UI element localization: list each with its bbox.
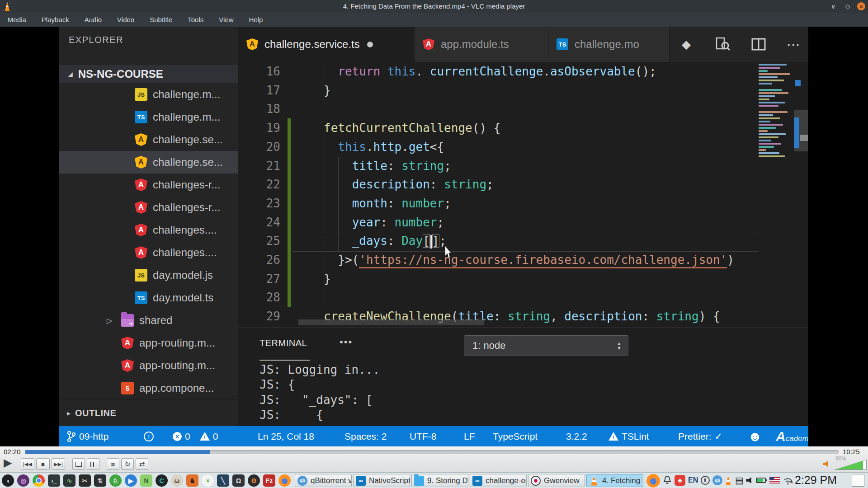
taskwin-Gwenview[interactable]: Gwenview — [528, 474, 585, 487]
loop-button[interactable]: ↻ — [121, 458, 134, 470]
next-button[interactable]: ▶▶| — [52, 458, 65, 470]
code-line-28[interactable]: 28 — [238, 288, 808, 307]
problems-item[interactable]: × 0 ! 0 — [173, 426, 218, 446]
menu-playback[interactable]: Playback — [34, 13, 77, 27]
code-editor[interactable]: 16 return this._currentChallenge.asObser… — [238, 62, 808, 328]
pause-tray-icon[interactable]: Ⅱ — [701, 475, 710, 486]
menu-view[interactable]: View — [211, 13, 241, 27]
blender-launcher[interactable]: ʘ — [248, 474, 260, 487]
ts-version[interactable]: 3.2.2 — [566, 426, 587, 446]
firefox-small-launcher[interactable] — [278, 474, 291, 487]
close-button[interactable]: × — [857, 2, 865, 10]
clipboard-tray-icon[interactable]: ▤ — [735, 475, 744, 486]
random-button[interactable]: ⇄ — [136, 458, 148, 470]
keyboard-layout[interactable]: EN — [688, 475, 698, 486]
tab-challenge-service-ts[interactable]: Achallenge.service.ts — [238, 27, 415, 62]
file-row-app-routing-m-[interactable]: Aapp-routing.m... — [59, 332, 238, 354]
orange-cat-app-launcher[interactable]: ♞ — [186, 474, 198, 487]
filezilla-launcher[interactable]: Fz — [263, 474, 275, 487]
teal-c-app-launcher[interactable]: C — [156, 474, 168, 487]
tab-challenge-mo[interactable]: TSchallenge.mo — [548, 27, 670, 62]
prettier-item[interactable]: Prettier: ✓ — [678, 426, 722, 446]
previous-button[interactable]: |◀◀ — [21, 458, 34, 470]
open-changes-icon[interactable]: ◆ — [682, 27, 691, 62]
language-mode[interactable]: TypeScript — [493, 426, 538, 446]
terminal-tab[interactable]: TERMINAL — [259, 338, 307, 348]
settings-sliders-launcher[interactable]: ⇅ — [94, 474, 106, 487]
file-row-challenges-r-[interactable]: Achallenges-r... — [59, 196, 238, 219]
indentation[interactable]: Spaces: 2 — [344, 426, 387, 446]
video-frame[interactable]: EXPLORER ◢ NS-NG-COURSE JSchallenge.m...… — [0, 27, 868, 446]
kde-dark-app-launcher[interactable]: ╲ — [217, 474, 229, 487]
git-branch-item[interactable]: 09-http — [67, 426, 108, 446]
code-line-23[interactable]: 23 month: number; — [238, 194, 808, 213]
xine-launcher[interactable]: × — [202, 474, 214, 487]
file-row-day-model-js[interactable]: JSday.model.js — [59, 264, 238, 286]
system-monitor-launcher[interactable]: ∿ — [63, 474, 75, 487]
file-row-challenges-r-[interactable]: Achallenges-r... — [59, 174, 238, 196]
extended-settings-button[interactable] — [87, 458, 99, 470]
file-row-challenge-se-[interactable]: Achallenge.se... — [59, 151, 238, 174]
terminal-selector[interactable]: 1: node ▲▼ — [464, 335, 628, 356]
menu-tools[interactable]: Tools — [180, 13, 211, 27]
code-line-17[interactable]: 17} — [238, 81, 808, 100]
code-line-20[interactable]: 20 this.http.get<{ — [238, 137, 808, 156]
file-row-shared[interactable]: ▷shared — [59, 309, 238, 332]
menu-audio[interactable]: Audio — [77, 13, 109, 27]
tab-app-module-ts[interactable]: Aapp.module.ts — [415, 27, 548, 62]
outline-section[interactable]: ▸ OUTLINE — [59, 399, 238, 427]
opensuse-launcher[interactable]: ◖ — [2, 474, 14, 487]
file-row-challenges-[interactable]: Achallenges.... — [59, 219, 238, 241]
maximize-button[interactable]: ◇ — [843, 1, 853, 11]
code-line-25[interactable]: 25 _days: Day[]; — [238, 231, 808, 250]
gimp-launcher[interactable]: ω — [171, 474, 183, 487]
terminal-launcher[interactable]: ›_ — [48, 474, 60, 487]
code-line-16[interactable]: 16 return this._currentChallenge.asObser… — [238, 62, 808, 81]
code-line-27[interactable]: 27} — [238, 269, 808, 288]
split-editor-icon[interactable] — [751, 27, 766, 62]
volume-tray-icon[interactable] — [746, 475, 753, 486]
seek-slider[interactable] — [25, 450, 839, 454]
taskwin-9-Storing-Da-[interactable]: 9. Storing Da... — [411, 474, 468, 487]
taskwin-qBittorrent-v-[interactable]: qbqBittorrent v... — [295, 474, 352, 487]
vlc-tray-icon[interactable] — [724, 475, 732, 486]
minimize-button[interactable]: ∨ — [828, 1, 838, 11]
file-row-app-compone-[interactable]: 5app.compone... — [59, 377, 238, 399]
terminal-panel[interactable]: TERMINAL ••• 1: node ▲▼ + ∧ × JS: Loggin… — [238, 328, 808, 427]
file-row-challenges-[interactable]: Achallenges.... — [59, 241, 238, 264]
more-actions-icon[interactable]: ⋯ — [787, 27, 800, 62]
file-row-day-model-ts[interactable]: TSday.model.ts — [59, 286, 238, 309]
encoding[interactable]: UTF-8 — [410, 426, 437, 446]
chrome-launcher[interactable] — [33, 474, 45, 487]
file-row-challenge-m-[interactable]: JSchallenge.m... — [59, 83, 238, 106]
menu-subtitle[interactable]: Subtitle — [142, 13, 180, 27]
code-line-18[interactable]: 18 — [238, 99, 808, 118]
screenshot-launcher[interactable]: ✂ — [79, 474, 91, 487]
terminal-menu-dots[interactable]: ••• — [340, 336, 353, 348]
menu-video[interactable]: Video — [109, 13, 142, 27]
firefox-tray-icon[interactable] — [646, 474, 660, 488]
taskwin-4-Fetching-D-[interactable]: 4. Fetching D... — [586, 474, 643, 487]
pocket-tray-icon[interactable]: ◆ — [675, 475, 685, 486]
blue-app-launcher[interactable]: ▶ — [125, 474, 137, 487]
code-line-19[interactable]: 19fetchCurrentChallenge() { — [238, 118, 808, 137]
clock[interactable]: 2:29 PM — [795, 474, 837, 487]
sync-item[interactable]: ↑ — [144, 426, 154, 446]
play-button[interactable]: ▶ — [4, 456, 12, 469]
menu-media[interactable]: Media — [0, 13, 34, 27]
taskwin-challenge-ed-[interactable]: ∞challenge-ed... — [470, 474, 527, 487]
menu-help[interactable]: Help — [241, 13, 271, 27]
code-line-21[interactable]: 21 title: string; — [238, 156, 808, 175]
file-row-challenge-m-[interactable]: TSchallenge.m... — [59, 106, 238, 128]
code-line-26[interactable]: 26 }>('https://ns-ng-course.firebaseio.c… — [238, 250, 808, 269]
code-line-22[interactable]: 22 description: string; — [238, 175, 808, 194]
headphones-app-launcher[interactable]: Ω — [232, 474, 245, 487]
tray-expand-icon[interactable]: ▲ — [789, 475, 794, 486]
taskwin-NativeScript-[interactable]: ∞NativeScript.... — [353, 474, 410, 487]
file-row-app-routing-m-[interactable]: Aapp-routing.m... — [59, 354, 238, 377]
us-flag-tray-icon[interactable] — [769, 475, 780, 486]
playlist-button[interactable]: ≡ — [107, 458, 119, 470]
qbittorrent-tray-icon[interactable]: qb — [712, 475, 722, 486]
green-app-launcher[interactable]: ♘ — [109, 474, 122, 487]
notepadpp-launcher[interactable]: N — [140, 474, 152, 487]
